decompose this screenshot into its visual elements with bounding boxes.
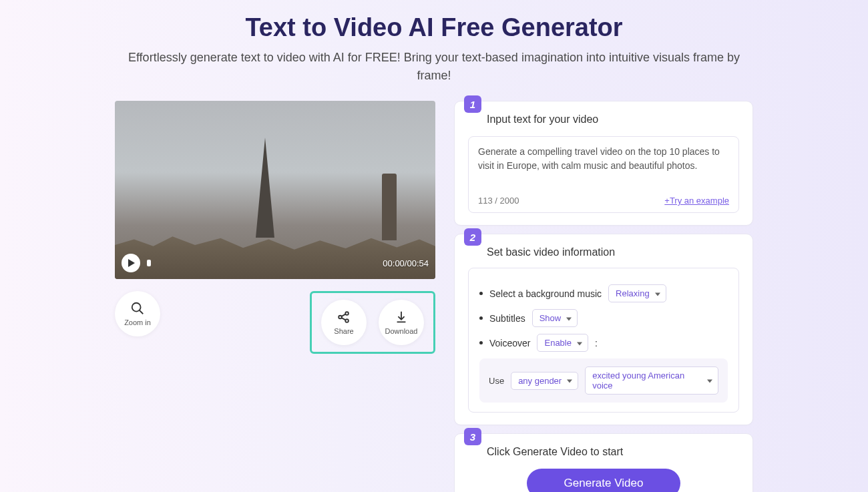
play-button[interactable]: [122, 254, 140, 272]
step3-title: Click Generate Video to start: [487, 446, 739, 458]
share-icon: [337, 310, 351, 324]
voiceover-label: Voiceover: [489, 338, 530, 348]
subtitles-label: Subtitles: [489, 313, 525, 324]
use-label: Use: [489, 376, 504, 386]
bullet-icon: [479, 341, 483, 344]
zoom-in-label: Zoom in: [124, 318, 151, 326]
step1-title: Input text for your video: [487, 113, 739, 126]
voice-gender-select[interactable]: any gender: [511, 372, 578, 390]
svg-point-0: [132, 303, 141, 312]
step1-card: 1 Input text for your video Generate a c…: [454, 101, 753, 226]
download-label: Download: [385, 327, 418, 335]
bullet-icon: [479, 292, 483, 295]
voice-style-select[interactable]: excited young American voice: [585, 366, 718, 395]
zoom-in-button[interactable]: Zoom in: [115, 291, 160, 336]
step2-card: 2 Set basic video information Select a b…: [454, 234, 753, 425]
video-time: 00:00/00:54: [383, 258, 429, 268]
share-button[interactable]: Share: [321, 300, 367, 345]
share-label: Share: [334, 327, 353, 335]
search-icon: [130, 301, 145, 316]
generate-video-button[interactable]: Generate Video: [527, 469, 681, 492]
prompt-text: Generate a compelling travel video on th…: [478, 145, 729, 186]
svg-line-1: [140, 310, 144, 314]
step2-badge: 2: [464, 228, 481, 246]
page-title: Text to Video AI Free Generator: [0, 0, 868, 42]
download-button[interactable]: Download: [379, 300, 424, 345]
subtitles-select[interactable]: Show: [532, 309, 578, 327]
play-icon: [128, 259, 136, 267]
video-preview[interactable]: 00:00/00:54: [115, 101, 435, 279]
step2-title: Set basic video information: [487, 246, 739, 258]
bg-music-label: Select a background music: [489, 288, 602, 299]
step3-badge: 3: [464, 428, 481, 445]
step3-card: 3 Click Generate Video to start Generate…: [454, 433, 753, 492]
try-example-link[interactable]: +Try an example: [664, 196, 729, 206]
bullet-icon: [479, 316, 483, 320]
step1-badge: 1: [464, 95, 481, 113]
voice-config-box: Use any gender excited young American vo…: [479, 358, 728, 403]
bg-music-select[interactable]: Relaxing: [608, 284, 666, 302]
svg-line-6: [341, 318, 345, 320]
progress-handle[interactable]: [147, 260, 151, 266]
svg-line-5: [341, 314, 345, 316]
video-thumbnail: [115, 101, 435, 279]
prompt-textarea[interactable]: Generate a compelling travel video on th…: [468, 136, 739, 213]
voiceover-select[interactable]: Enable: [537, 334, 588, 352]
voiceover-colon: :: [595, 338, 598, 348]
share-download-highlight: Share Download: [310, 291, 435, 354]
page-subtitle: Effortlessly generate text to video with…: [120, 49, 748, 85]
char-counter: 113 / 2000: [478, 196, 519, 206]
download-icon: [394, 310, 409, 324]
